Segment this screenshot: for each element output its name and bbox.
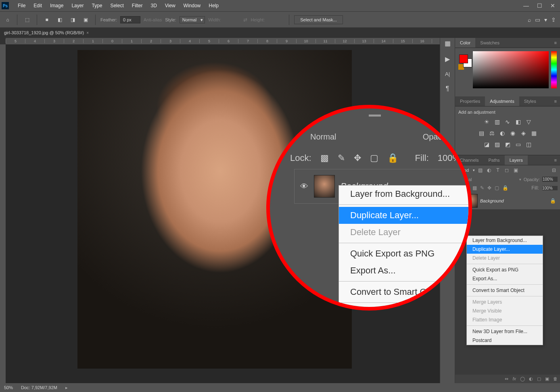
zoom-level[interactable]: 50%	[4, 385, 13, 390]
ctx-new-3d-layer[interactable]: New 3D Layer from File...	[467, 327, 543, 336]
ctx-layer-from-bg[interactable]: Layer from Background...	[467, 236, 543, 245]
actions-panel-icon[interactable]: ▶	[445, 55, 450, 63]
layer-lock-icon[interactable]: 🔒	[550, 198, 558, 204]
frame-icon[interactable]: ▭	[535, 17, 540, 23]
color-field[interactable]	[473, 51, 549, 88]
paragraph-panel-icon[interactable]: ¶	[446, 85, 449, 92]
document-tab[interactable]: girl-3033718_1920.jpg @ 50% (RGB/8#) ×	[0, 28, 93, 38]
filter-toggle-icon[interactable]: ⊟	[550, 167, 558, 173]
lock-brush-icon[interactable]: ✎	[480, 185, 484, 191]
zoom-ctx-quick-export[interactable]: Quick Export as PNG	[339, 245, 472, 262]
selection-subtract-icon[interactable]: ◨	[68, 15, 77, 25]
filter-shape-icon[interactable]: ◻	[503, 167, 510, 173]
zoom-lock-all-icon[interactable]: 🔒	[387, 153, 398, 163]
menu-edit[interactable]: Edit	[29, 3, 46, 8]
workspace-menu-icon[interactable]: ▾	[544, 17, 547, 23]
filter-smart-icon[interactable]: ▣	[512, 167, 519, 173]
exposure-adj-icon[interactable]: ◧	[514, 118, 522, 126]
menu-3d[interactable]: 3D	[146, 3, 161, 8]
filter-type-icon[interactable]: T	[494, 167, 501, 173]
lock-position-icon[interactable]: ✥	[487, 185, 491, 191]
menu-window[interactable]: Window	[180, 3, 205, 8]
close-button[interactable]: ✕	[549, 2, 557, 9]
zoom-lock-position-icon[interactable]: ✥	[354, 153, 361, 163]
hue-slider[interactable]	[551, 51, 557, 88]
menu-help[interactable]: Help	[205, 3, 223, 8]
menu-type[interactable]: Type	[88, 3, 106, 8]
color-panel-menu-icon[interactable]: ≡	[551, 38, 560, 48]
threshold-adj-icon[interactable]: ◩	[504, 140, 512, 148]
menu-file[interactable]: File	[14, 3, 29, 8]
ctx-postcard[interactable]: Postcard	[467, 336, 543, 345]
feather-input[interactable]	[120, 16, 140, 23]
swatches-tab[interactable]: Swatches	[475, 38, 504, 48]
close-tab-icon[interactable]: ×	[86, 31, 89, 35]
zoom-lock-brush-icon[interactable]: ✎	[338, 153, 345, 163]
gradient-map-adj-icon[interactable]: ▭	[514, 140, 522, 148]
doc-size[interactable]: Doc: 7,92M/7,92M	[21, 385, 57, 390]
brightness-adj-icon[interactable]: ☀	[483, 118, 491, 126]
paths-tab[interactable]: Paths	[483, 155, 504, 165]
menu-image[interactable]: Image	[46, 3, 67, 8]
ctx-quick-export[interactable]: Quick Export as PNG	[467, 265, 543, 274]
vibrance-adj-icon[interactable]: ▽	[524, 118, 533, 126]
menu-select[interactable]: Select	[106, 3, 127, 8]
maximize-button[interactable]: ☐	[535, 2, 544, 9]
photo-filter-adj-icon[interactable]: ◉	[509, 129, 517, 137]
selective-adj-icon[interactable]: ◫	[524, 140, 533, 148]
zoom-lock-artboard-icon[interactable]: ▢	[370, 153, 378, 163]
balance-adj-icon[interactable]: ⚖	[488, 129, 496, 137]
ctx-export-as[interactable]: Export As...	[467, 274, 543, 283]
opacity-input[interactable]	[542, 177, 558, 182]
marquee-tool-icon[interactable]: ⬚	[22, 15, 32, 25]
character-panel-icon[interactable]: A|	[445, 71, 450, 77]
history-panel-icon[interactable]: ▦	[445, 40, 451, 47]
color-tab[interactable]: Color	[455, 38, 475, 48]
status-flyout-icon[interactable]: ▸	[65, 385, 68, 390]
zoom-blend-mode[interactable]: Normal	[310, 132, 336, 142]
lookup-adj-icon[interactable]: ▦	[530, 129, 538, 137]
mask-icon[interactable]: ◯	[520, 376, 525, 382]
home-icon[interactable]: ⌂	[3, 15, 12, 24]
zoom-visibility-icon[interactable]: 👁	[300, 182, 308, 191]
posterize-adj-icon[interactable]: ▨	[493, 140, 501, 148]
zoom-fill-value[interactable]: 100%	[438, 153, 460, 163]
new-adjustment-icon[interactable]: ◐	[529, 376, 533, 382]
lock-all-icon[interactable]: 🔒	[502, 185, 508, 191]
adjustments-panel-menu-icon[interactable]: ≡	[551, 96, 560, 106]
layer-name-label[interactable]: Background	[480, 198, 504, 203]
zoom-layer-thumbnail[interactable]	[314, 175, 335, 198]
selection-add-icon[interactable]: ◧	[55, 15, 65, 25]
fg-color-swatch[interactable]	[459, 54, 468, 63]
new-group-icon[interactable]: ▢	[537, 376, 541, 382]
invert-adj-icon[interactable]: ◪	[483, 140, 491, 148]
styles-tab[interactable]: Styles	[519, 96, 541, 106]
mixer-adj-icon[interactable]: ◈	[519, 129, 527, 137]
zoom-lock-pixels-icon[interactable]: ▩	[320, 153, 329, 163]
menu-layer[interactable]: Layer	[67, 3, 88, 8]
new-layer-icon[interactable]: ▣	[545, 376, 549, 382]
search-icon[interactable]: ⌕	[528, 17, 531, 23]
zoom-ctx-layer-from-bg[interactable]: Layer from Background...	[339, 186, 472, 202]
ctx-duplicate-layer[interactable]: Duplicate Layer...	[467, 245, 543, 254]
filter-adjustment-icon[interactable]: ◐	[485, 167, 493, 173]
adjustments-tab[interactable]: Adjustments	[485, 96, 519, 106]
layers-tab[interactable]: Layers	[505, 155, 528, 165]
bw-adj-icon[interactable]: ◐	[498, 129, 506, 137]
lock-pixels-icon[interactable]: ▩	[472, 185, 477, 191]
curves-adj-icon[interactable]: ∿	[504, 118, 512, 126]
selection-new-icon[interactable]: ■	[42, 15, 52, 25]
fx-icon[interactable]: fx	[512, 376, 516, 382]
share-icon[interactable]: ⇪	[551, 17, 556, 23]
selection-intersect-icon[interactable]: ▣	[81, 15, 90, 25]
style-select[interactable]: Normal	[180, 16, 205, 23]
lock-artboard-icon[interactable]: ▢	[495, 185, 499, 191]
fill-input[interactable]	[542, 186, 558, 190]
minimize-button[interactable]: —	[522, 2, 531, 9]
levels-adj-icon[interactable]: ▥	[493, 118, 501, 126]
delete-layer-icon[interactable]: 🗑	[553, 376, 558, 382]
link-layers-icon[interactable]: ⇔	[505, 376, 508, 382]
menu-view[interactable]: View	[161, 3, 180, 8]
ctx-convert-smart[interactable]: Convert to Smart Object	[467, 286, 543, 295]
menu-filter[interactable]: Filter	[128, 3, 147, 8]
